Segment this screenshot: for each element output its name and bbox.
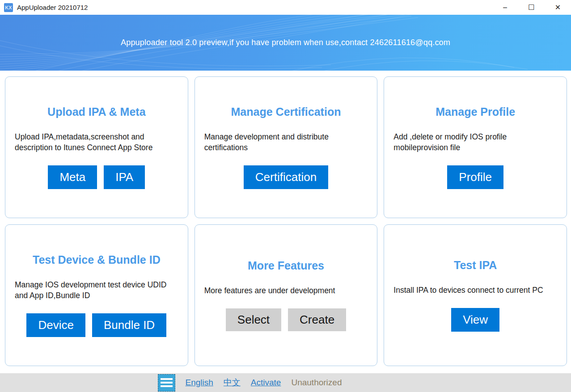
language-english-link[interactable]: English xyxy=(186,378,213,388)
card-upload-ipa-meta: Upload IPA & Meta Upload IPA,metadata,sc… xyxy=(5,76,188,218)
card-title: Test Device & Bundle ID xyxy=(33,253,161,266)
app-icon: KX xyxy=(4,3,13,12)
minimize-icon[interactable]: ─ xyxy=(492,0,518,15)
card-manage-certification: Manage Certification Manage development … xyxy=(195,76,378,218)
hamburger-icon[interactable] xyxy=(158,374,175,392)
language-chinese-link[interactable]: 中文 xyxy=(224,377,241,388)
card-buttons: Select Create xyxy=(226,308,346,331)
card-title: More Features xyxy=(248,259,324,272)
device-button[interactable]: Device xyxy=(26,313,85,337)
banner-text: Appuploader tool 2.0 preview,if you have… xyxy=(121,38,450,47)
card-title: Upload IPA & Meta xyxy=(47,105,145,118)
card-title: Test IPA xyxy=(454,259,497,272)
card-buttons: Device Bundle ID xyxy=(26,313,166,337)
authorization-status: Unauthorized xyxy=(291,378,342,388)
profile-button[interactable]: Profile xyxy=(447,165,503,189)
footer-bar: English 中文 Activate Unauthorized xyxy=(0,373,571,392)
card-more-features: More Features More features are under de… xyxy=(195,224,378,366)
create-button[interactable]: Create xyxy=(288,308,346,331)
card-description: Manage development and distribute certif… xyxy=(204,132,368,153)
maximize-icon[interactable]: ☐ xyxy=(518,0,545,15)
meta-button[interactable]: Meta xyxy=(48,165,97,189)
card-buttons: Profile xyxy=(447,165,503,189)
card-test-device-bundle-id: Test Device & Bundle ID Manage IOS devel… xyxy=(5,224,188,366)
titlebar: KX AppUploader 20210712 ─ ☐ ✕ xyxy=(0,0,571,15)
activate-link[interactable]: Activate xyxy=(251,378,281,388)
card-description: Install IPA to devices connect to curren… xyxy=(393,285,557,296)
select-button[interactable]: Select xyxy=(226,308,281,331)
card-description: Upload IPA,metadata,screenshot and descr… xyxy=(15,132,178,153)
certification-button[interactable]: Certification xyxy=(244,165,328,189)
close-icon[interactable]: ✕ xyxy=(545,0,571,15)
announcement-banner: Appuploader tool 2.0 preview,if you have… xyxy=(0,15,571,71)
window-controls: ─ ☐ ✕ xyxy=(492,0,571,15)
card-description: More features are under development xyxy=(204,286,368,296)
footer-content: English 中文 Activate Unauthorized xyxy=(158,374,342,392)
card-description: Add ,delete or modify IOS profile mobile… xyxy=(393,132,557,153)
card-manage-profile: Manage Profile Add ,delete or modify IOS… xyxy=(384,76,567,218)
card-description: Manage IOS development test device UDID … xyxy=(15,280,178,301)
card-title: Manage Profile xyxy=(436,105,515,118)
card-test-ipa: Test IPA Install IPA to devices connect … xyxy=(384,224,567,366)
bundle-id-button[interactable]: Bundle ID xyxy=(92,313,166,337)
cards-grid: Upload IPA & Meta Upload IPA,metadata,sc… xyxy=(0,71,571,366)
card-buttons: Certification xyxy=(244,165,328,189)
ipa-button[interactable]: IPA xyxy=(104,165,145,189)
card-buttons: Meta IPA xyxy=(48,165,145,189)
card-title: Manage Certification xyxy=(231,105,341,118)
view-button[interactable]: View xyxy=(451,308,499,332)
window-title: AppUploader 20210712 xyxy=(17,4,88,11)
card-buttons: View xyxy=(451,308,499,332)
app-icon-text: KX xyxy=(5,5,12,10)
